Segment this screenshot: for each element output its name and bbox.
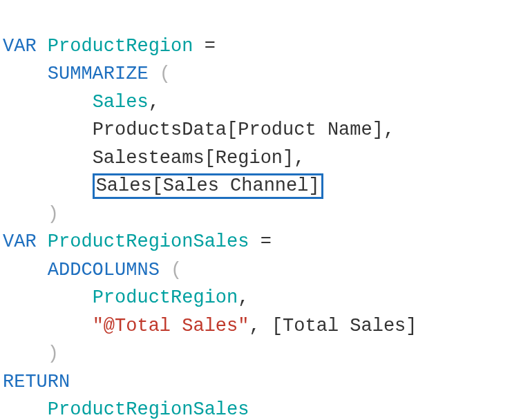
comma: ,: [383, 120, 395, 140]
keyword-var: VAR: [3, 231, 37, 252]
dax-code-block: VAR ProductRegion = SUMMARIZE ( Sales, P…: [0, 0, 521, 420]
table-sales: Sales: [93, 92, 149, 113]
comma: ,: [294, 148, 305, 169]
highlighted-column: Sales[Sales Channel]: [93, 173, 323, 199]
open-paren: (: [171, 260, 182, 280]
col-region: Salesteams[Region]: [93, 148, 294, 169]
var-name-productregion: ProductRegion: [48, 36, 193, 57]
close-paren: ): [48, 204, 59, 225]
equals-sign: =: [193, 36, 215, 57]
var-name-productregionsales: ProductRegionSales: [48, 231, 249, 252]
func-summarize: SUMMARIZE: [48, 64, 149, 84]
close-paren: ): [48, 343, 59, 364]
equals-sign: =: [249, 231, 271, 252]
col-productname: ProductsData[Product Name]: [93, 120, 383, 140]
func-addcolumns: ADDCOLUMNS: [48, 260, 160, 280]
return-value: ProductRegionSales: [48, 399, 249, 420]
comma: ,: [238, 287, 249, 308]
measure-totalsales: [Total Sales]: [272, 316, 417, 336]
ref-productregion: ProductRegion: [93, 287, 238, 308]
open-paren: (: [160, 64, 171, 84]
comma: ,: [149, 92, 160, 113]
col-saleschannel: Sales[Sales Channel]: [96, 175, 320, 196]
comma: ,: [249, 316, 260, 336]
string-totalsales: "@Total Sales": [93, 316, 249, 336]
keyword-return: RETURN: [3, 372, 70, 392]
keyword-var: VAR: [3, 36, 37, 57]
